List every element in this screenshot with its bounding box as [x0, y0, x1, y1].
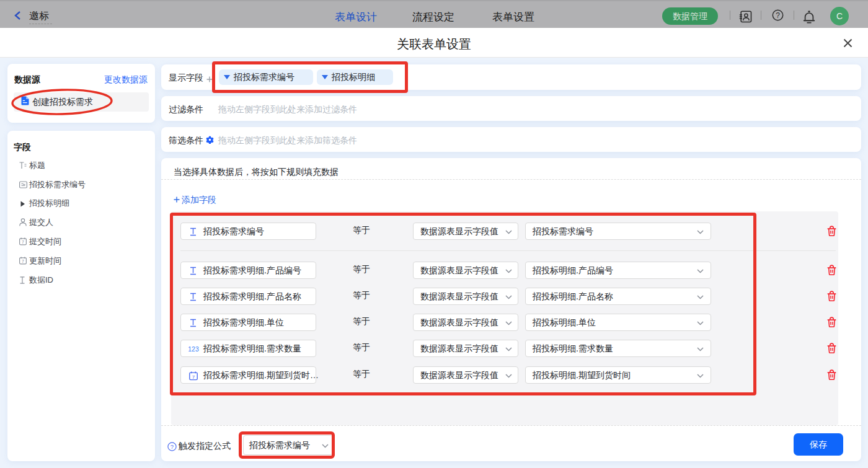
svg-text:?: ?	[170, 443, 174, 450]
svg-text:7: 7	[22, 259, 24, 263]
svg-text:7: 7	[22, 240, 24, 244]
svg-text:?: ?	[776, 11, 780, 20]
